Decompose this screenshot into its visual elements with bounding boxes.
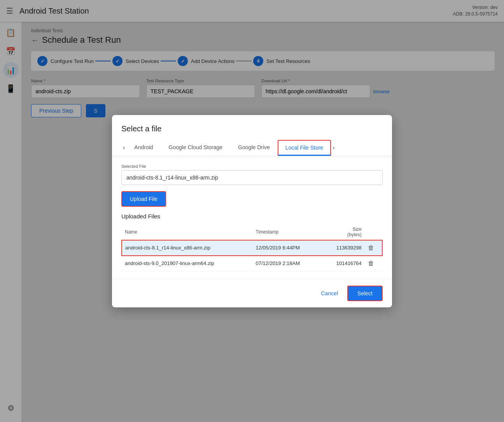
file-delete-cell[interactable]: 🗑 [365, 256, 382, 271]
tab-google-drive[interactable]: Google Drive [230, 140, 278, 156]
file-size-cell: 113639298 [322, 240, 365, 256]
tab-google-cloud[interactable]: Google Cloud Storage [161, 140, 231, 156]
select-file-dialog: Select a file ‹ Android Google Cloud Sto… [112, 115, 392, 307]
tab-next-arrow[interactable]: › [331, 141, 336, 154]
dialog-title: Select a file [121, 124, 161, 133]
col-size-header: Size(bytes) [322, 224, 365, 240]
selected-file-label: Selected File [121, 164, 383, 169]
delete-icon: 🗑 [368, 244, 374, 251]
dialog-body: Selected File Upload File Uploaded Files… [112, 156, 392, 279]
uploaded-files-title: Uploaded Files [121, 213, 383, 220]
col-timestamp-header: Timestamp [253, 224, 322, 240]
tab-local-file-store[interactable]: Local File Store [278, 140, 331, 156]
file-timestamp-cell: 07/12/2019 2:18AM [253, 256, 322, 271]
file-delete-cell[interactable]: 🗑 [365, 240, 382, 256]
selected-file-input[interactable] [121, 170, 383, 185]
select-button[interactable]: Select [347, 286, 383, 301]
upload-file-button[interactable]: Upload File [121, 191, 166, 207]
files-table: Name Timestamp Size(bytes) android-cts-8… [121, 224, 383, 271]
table-row[interactable]: android-cts-8.1_r14-linux_x86-arm.zip 12… [122, 240, 382, 256]
tabs-container: ‹ Android Google Cloud Storage Google Dr… [112, 140, 392, 156]
file-name-cell: android-sts-9.0_201907-linux-arm64.zip [122, 256, 253, 271]
tab-android[interactable]: Android [126, 140, 161, 156]
modal-overlay: Select a file ‹ Android Google Cloud Sto… [0, 0, 504, 422]
cancel-button[interactable]: Cancel [316, 287, 343, 300]
dialog-footer: Cancel Select [112, 279, 392, 307]
delete-icon: 🗑 [368, 260, 374, 267]
tab-prev-arrow[interactable]: ‹ [121, 141, 126, 154]
file-name-cell: android-cts-8.1_r14-linux_x86-arm.zip [122, 240, 253, 256]
dialog-header: Select a file [112, 115, 392, 140]
col-name-header: Name [122, 224, 253, 240]
file-size-cell: 101416764 [322, 256, 365, 271]
table-row[interactable]: android-sts-9.0_201907-linux-arm64.zip 0… [122, 256, 382, 271]
file-timestamp-cell: 12/05/2019 6:44PM [253, 240, 322, 256]
